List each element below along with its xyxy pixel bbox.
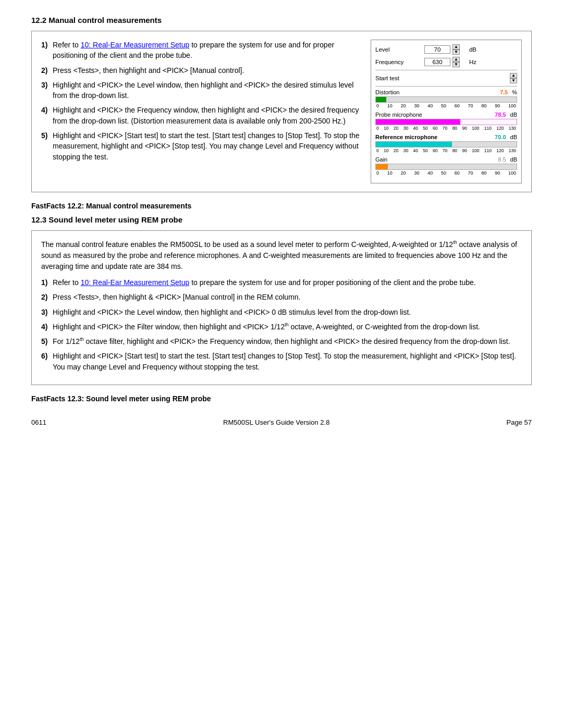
distortion-section: Distortion 7.5 % 0 10 20 30 40 50 60 70 … <box>375 89 517 108</box>
start-test-down-icon[interactable]: ▼ <box>510 78 517 83</box>
step-12-3-2: 2) Press <Tests>, then highlight & <PICK… <box>41 292 522 302</box>
gain-label: Gain <box>375 156 387 163</box>
panel-divider-1 <box>375 70 517 70</box>
fastfacts-12-3: FastFacts 12.3: Sound level meter using … <box>31 394 532 403</box>
link-real-ear-setup-2[interactable]: 10: Real-Ear Measurement Setup <box>81 278 190 287</box>
reference-bar-container <box>375 141 517 147</box>
steps-list-12-2: 1) Refer to 10: Real-Ear Measurement Set… <box>41 40 361 162</box>
reference-label: Reference microphone <box>375 134 437 140</box>
step-5: 5) Highlight and <PICK> [Start test] to … <box>41 130 361 162</box>
distortion-scale: 0 10 20 30 40 50 60 70 80 90 100 <box>375 103 517 108</box>
frequency-spin[interactable]: ▲ ▼ <box>452 57 460 67</box>
frequency-label: Frequency <box>375 59 422 65</box>
section-12-2-content-box: 1) Refer to 10: Real-Ear Measurement Set… <box>31 31 532 192</box>
reference-scale: 0 10 20 30 40 50 60 70 80 90 100 110 120… <box>375 148 517 153</box>
reference-unit: dB <box>510 134 517 140</box>
freq-down-icon[interactable]: ▼ <box>452 62 460 67</box>
start-test-spin[interactable]: ▲ ▼ <box>510 73 517 83</box>
gain-bar-container <box>375 164 517 170</box>
panel-divider-2 <box>375 86 517 87</box>
step-12-3-1: 1) Refer to 10: Real-Ear Measurement Set… <box>41 277 522 288</box>
step-12-3-5: 5) For 1/12th octave filter, highlight a… <box>41 336 522 347</box>
reference-bar <box>376 142 452 147</box>
reference-value: 70.0 <box>495 134 506 140</box>
distortion-value: 7.5 <box>500 89 508 95</box>
probe-unit: dB <box>510 112 517 118</box>
start-test-row: Start test ▲ ▼ <box>375 73 517 83</box>
probe-section: Probe microphone 78.5 dB 0 10 20 30 40 5… <box>375 112 517 131</box>
step-3: 3) Highlight and <PICK> the Level window… <box>41 80 361 101</box>
reference-header: Reference microphone 70.0 dB <box>375 134 517 140</box>
start-test-up-icon[interactable]: ▲ <box>510 73 517 78</box>
gain-header: Gain 8.5 dB <box>375 156 517 163</box>
level-up-icon[interactable]: ▲ <box>452 44 460 50</box>
probe-value: 78.5 <box>495 112 506 118</box>
steps-list-12-3: 1) Refer to 10: Real-Ear Measurement Set… <box>41 277 522 372</box>
freq-up-icon[interactable]: ▲ <box>452 57 460 62</box>
gain-bar <box>376 164 388 169</box>
frequency-input[interactable] <box>424 58 450 66</box>
start-test-label: Start test <box>375 75 508 81</box>
probe-bar-container <box>375 119 517 125</box>
step-2: 2) Press <Tests>, then highlight and <PI… <box>41 65 361 76</box>
gain-unit: dB <box>510 156 517 163</box>
probe-bar <box>376 119 460 125</box>
page-footer: 0611 RM500SL User's Guide Version 2.8 Pa… <box>31 418 532 426</box>
footer-left: 0611 <box>31 418 46 426</box>
frequency-unit: Hz <box>462 59 476 65</box>
section-12-2-heading: 12.2 Manual control measurements <box>31 16 532 24</box>
probe-label: Probe microphone <box>375 112 422 118</box>
gain-value: 8.5 <box>498 156 506 163</box>
section-12-3-intro: The manual control feature enables the R… <box>41 239 522 272</box>
level-down-icon[interactable]: ▼ <box>452 50 460 55</box>
distortion-bar <box>376 97 386 102</box>
distortion-label: Distortion <box>375 89 399 95</box>
level-unit: dB <box>462 46 476 53</box>
step-12-3-4: 4) Highlight and <PICK> the Filter windo… <box>41 322 522 332</box>
distortion-unit: % <box>512 89 517 95</box>
distortion-header: Distortion 7.5 % <box>375 89 517 95</box>
link-real-ear-setup-1[interactable]: 10: Real-Ear Measurement Setup <box>81 41 190 49</box>
section-12-3-content-box: The manual control feature enables the R… <box>31 230 532 385</box>
footer-right: Page 57 <box>507 418 532 426</box>
level-row: Level ▲ ▼ dB <box>375 44 517 55</box>
reference-section: Reference microphone 70.0 dB 0 10 20 30 … <box>375 134 517 153</box>
level-label: Level <box>375 46 422 53</box>
step-12-3-3: 3) Highlight and <PICK> the Level window… <box>41 307 522 317</box>
distortion-bar-container <box>375 96 517 103</box>
level-spin[interactable]: ▲ ▼ <box>452 44 460 55</box>
steps-left-col: 1) Refer to 10: Real-Ear Measurement Set… <box>41 40 361 183</box>
probe-scale: 0 10 20 30 40 50 60 70 80 90 100 110 120… <box>375 126 517 131</box>
step-4: 4) Highlight and <PICK> the Frequency wi… <box>41 105 361 126</box>
step-12-3-6: 6) Highlight and <PICK> [Start test] to … <box>41 351 522 372</box>
level-input[interactable] <box>424 45 450 54</box>
frequency-row: Frequency ▲ ▼ Hz <box>375 57 517 67</box>
gain-scale: 0 10 20 30 40 50 60 70 80 90 100 <box>375 170 517 176</box>
gain-section: Gain 8.5 dB 0 10 20 30 40 50 60 70 80 <box>375 156 517 176</box>
step-1: 1) Refer to 10: Real-Ear Measurement Set… <box>41 40 361 61</box>
footer-center: RM500SL User's Guide Version 2.8 <box>223 418 329 426</box>
section-12-3-heading: 12.3 Sound level meter using REM probe <box>31 215 532 224</box>
probe-header: Probe microphone 78.5 dB <box>375 112 517 118</box>
instrument-panel: Level ▲ ▼ dB Frequency ▲ ▼ Hz <box>371 40 522 183</box>
fastfacts-12-2: FastFacts 12.2: Manual control measureme… <box>31 202 532 210</box>
